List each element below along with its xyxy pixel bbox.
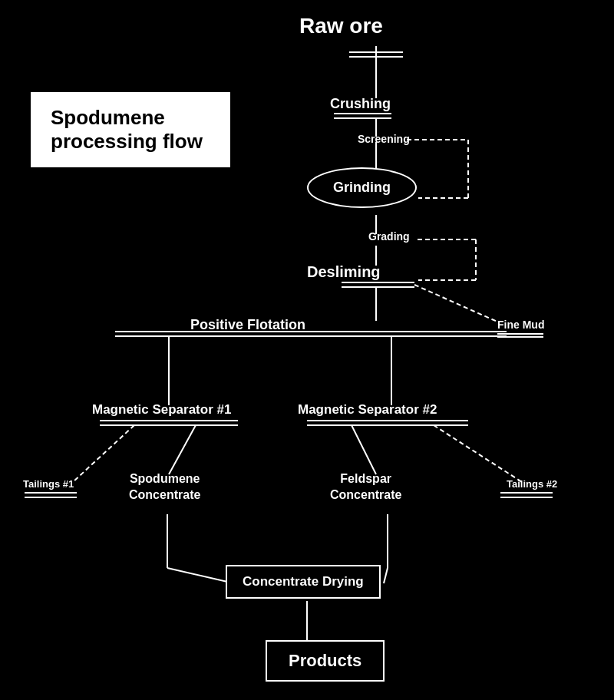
tailings-2-node: Tailings #2 — [507, 478, 557, 490]
spodumene-concentrate-label: Spodumene Concentrate — [129, 471, 200, 504]
products-label: Products — [266, 640, 385, 682]
desliming-node: Desliming — [307, 263, 381, 281]
fine-mud-label: Fine Mud — [497, 319, 544, 338]
magnetic-separator-1-label: Magnetic Separator #1 — [92, 402, 231, 417]
title-box: Spodumene processing flow — [31, 92, 230, 167]
grading-label: Grading — [368, 230, 410, 243]
positive-flotation-node: Positive Flotation — [190, 317, 305, 333]
raw-ore-label: Raw ore — [299, 14, 383, 38]
grading-node: Grading — [368, 230, 410, 243]
screening-label: Screening — [358, 133, 410, 145]
products-node: Products — [266, 640, 385, 682]
concentrate-drying-label: Concentrate Drying — [226, 565, 381, 599]
grinding-node: Grinding — [307, 167, 417, 208]
magnetic-separator-1-node: Magnetic Separator #1 — [92, 402, 231, 418]
svg-line-32 — [434, 425, 522, 482]
desliming-label: Desliming — [307, 263, 381, 280]
svg-line-27 — [73, 425, 134, 482]
svg-line-38 — [384, 568, 388, 583]
magnetic-separator-2-node: Magnetic Separator #2 — [298, 402, 437, 418]
svg-line-30 — [169, 425, 196, 474]
crushing-label: Crushing — [330, 96, 391, 111]
screening-node: Screening — [358, 133, 410, 145]
svg-line-36 — [167, 568, 234, 583]
grinding-label: Grinding — [307, 167, 417, 208]
feldspar-concentrate-node: Feldspar Concentrate — [330, 471, 401, 504]
spodumene-concentrate-node: Spodumene Concentrate — [129, 471, 200, 504]
diagram: Spodumene processing flow Raw ore Crushi… — [0, 0, 614, 700]
magnetic-separator-2-label: Magnetic Separator #2 — [298, 402, 437, 417]
concentrate-drying-node: Concentrate Drying — [226, 565, 381, 599]
title-text: Spodumene processing flow — [51, 106, 210, 154]
crushing-node: Crushing — [330, 96, 391, 112]
tailings-1-label: Tailings #1 — [23, 478, 74, 490]
tailings-1-node: Tailings #1 — [23, 478, 74, 490]
fine-mud-node: Fine Mud — [497, 319, 544, 338]
tailings-2-label: Tailings #2 — [507, 478, 557, 490]
feldspar-concentrate-label: Feldspar Concentrate — [330, 471, 401, 504]
svg-line-31 — [352, 425, 376, 474]
raw-ore-node: Raw ore — [299, 14, 383, 38]
positive-flotation-label: Positive Flotation — [190, 317, 305, 332]
svg-line-17 — [414, 285, 499, 322]
